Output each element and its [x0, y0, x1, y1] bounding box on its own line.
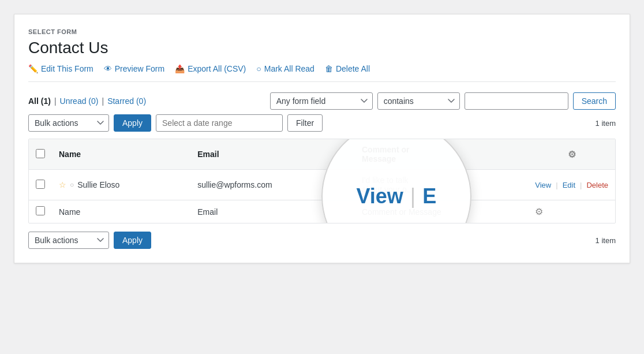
filter-button[interactable]: Filter	[287, 114, 323, 132]
delete-link[interactable]: Delete	[586, 181, 608, 189]
view-link[interactable]: View	[535, 181, 551, 189]
apply-top-button[interactable]: Apply	[114, 114, 151, 132]
tab-sep-2: |	[102, 96, 104, 106]
row-name-cell: ☆ ○ Sullie Eloso	[52, 170, 190, 200]
entries-table: Name Email Comment orMessage ⚙ ☆	[29, 139, 615, 223]
row-checkbox[interactable]	[36, 180, 45, 189]
footer-checkbox-cell	[29, 200, 52, 223]
tab-all[interactable]: All (1)	[28, 96, 51, 106]
header-gear: ⚙	[528, 139, 615, 170]
bulk-actions-bottom-row: Bulk actions Mark as Read Mark as Unread…	[28, 232, 616, 249]
action-bar: ✏️ Edit This Form 👁 Preview Form 📤 Expor…	[28, 64, 616, 82]
bulk-actions-bottom-select[interactable]: Bulk actions Mark as Read Mark as Unread…	[28, 232, 109, 249]
footer-email: Email	[197, 207, 218, 217]
entry-email: sullie@wpforms.com	[197, 180, 272, 189]
gear-icon-footer: ⚙	[535, 207, 543, 217]
zoom-e-label: E	[422, 184, 436, 208]
date-range-input[interactable]	[156, 114, 283, 132]
delete-all-link[interactable]: 🗑 Delete All	[325, 64, 370, 73]
tabs-row: All (1) | Unread (0) | Starred (0)	[28, 96, 146, 106]
search-input[interactable]	[465, 92, 568, 110]
table-header-row: Name Email Comment orMessage ⚙	[29, 139, 615, 170]
item-count-top: 1 item	[596, 119, 616, 128]
footer-checkbox[interactable]	[36, 206, 45, 215]
mark-all-read-link[interactable]: ○ Mark All Read	[256, 64, 314, 73]
zoom-content: View | E	[356, 184, 436, 208]
search-button[interactable]: Search	[573, 92, 616, 110]
eye-icon: 👁	[104, 64, 112, 73]
footer-name-cell: Name	[52, 200, 190, 223]
row-actions-cell: View | Edit | Delete	[528, 170, 615, 200]
export-icon: 📤	[175, 64, 185, 73]
bulk-actions-top-row: Bulk actions Mark as Read Mark as Unread…	[28, 114, 616, 132]
star-icon[interactable]: ☆	[59, 180, 66, 189]
zoom-view-label: View	[356, 184, 403, 208]
entries-table-container: Name Email Comment orMessage ⚙ ☆	[28, 139, 616, 223]
apply-bottom-button[interactable]: Apply	[114, 232, 151, 249]
entry-actions: View | Edit | Delete	[535, 181, 608, 189]
preview-form-link[interactable]: 👁 Preview Form	[104, 64, 164, 73]
entry-name: Sullie Eloso	[77, 180, 119, 189]
name-with-icons: ☆ ○ Sullie Eloso	[59, 180, 184, 189]
edit-icon: ✏️	[28, 64, 38, 73]
footer-name: Name	[59, 207, 80, 217]
edit-form-link[interactable]: ✏️ Edit This Form	[28, 64, 93, 73]
footer-gear-cell: ⚙	[528, 200, 615, 223]
tab-unread[interactable]: Unread (0)	[60, 96, 99, 106]
tab-sep-1: |	[54, 96, 57, 106]
select-form-label: SELECT FORM	[28, 28, 616, 35]
select-all-checkbox[interactable]	[36, 149, 45, 158]
field-filter-select[interactable]: Any form field Name Email Comment or Mes…	[270, 92, 373, 110]
page-container: SELECT FORM Contact Us ✏️ Edit This Form…	[14, 14, 630, 263]
zoom-overlay: View | E	[321, 139, 471, 223]
condition-select[interactable]: contains does not contain is is not	[377, 92, 460, 110]
tab-starred[interactable]: Starred (0)	[107, 96, 146, 106]
header-name: Name	[52, 139, 190, 170]
edit-link[interactable]: Edit	[563, 181, 575, 189]
circle-check-icon: ○	[256, 64, 261, 73]
zoom-separator: |	[410, 184, 415, 208]
trash-icon: 🗑	[325, 64, 333, 73]
row-checkbox-cell	[29, 170, 52, 200]
item-count-bottom: 1 item	[596, 236, 616, 245]
search-filter-row: All (1) | Unread (0) | Starred (0) Any f…	[28, 92, 616, 110]
bulk-actions-top-select[interactable]: Bulk actions Mark as Read Mark as Unread…	[28, 114, 109, 132]
page-title: Contact Us	[28, 39, 616, 57]
export-csv-link[interactable]: 📤 Export All (CSV)	[175, 64, 246, 73]
read-icon: ○	[70, 181, 74, 189]
gear-icon-header: ⚙	[568, 150, 576, 159]
header-checkbox-col	[29, 139, 52, 170]
